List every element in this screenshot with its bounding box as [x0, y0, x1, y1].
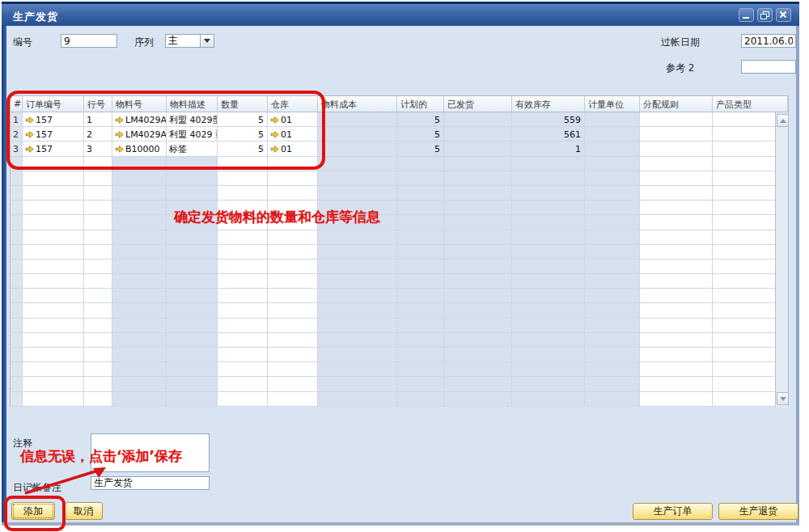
cell-description[interactable]: 标签: [167, 141, 218, 156]
cell-dist_rule[interactable]: [640, 260, 713, 274]
cell-warehouse[interactable]: [268, 274, 318, 289]
cell-line_no[interactable]: [84, 201, 112, 215]
cell-warehouse[interactable]: [268, 377, 318, 391]
cell-quantity[interactable]: [218, 362, 268, 377]
cell-item_no[interactable]: [112, 230, 167, 245]
cell-quantity[interactable]: [218, 201, 268, 215]
cell-dist_rule[interactable]: [640, 362, 713, 377]
cell-line_no[interactable]: [84, 303, 112, 318]
cell-item_no[interactable]: [112, 260, 167, 274]
link-arrow-icon[interactable]: [115, 131, 124, 138]
cell-description[interactable]: 利盟 4029 型打印: [167, 127, 218, 141]
cell-quantity[interactable]: [218, 348, 268, 362]
cell-item_no[interactable]: [112, 215, 167, 230]
cell-line_no[interactable]: [84, 274, 112, 289]
cell-description[interactable]: [167, 171, 218, 186]
cell-dist_rule[interactable]: [640, 171, 713, 186]
cell-dist_rule[interactable]: [640, 333, 713, 348]
cell-item_no[interactable]: [112, 392, 167, 407]
cell-quantity[interactable]: [218, 392, 268, 407]
cell-quantity[interactable]: [218, 333, 268, 348]
cell-item_no[interactable]: [112, 186, 167, 201]
cell-line_no[interactable]: [84, 319, 112, 333]
cell-description[interactable]: [167, 303, 218, 318]
cell-item_no[interactable]: [112, 319, 167, 333]
cell-item_no[interactable]: [112, 274, 167, 289]
cell-order_no[interactable]: [23, 377, 84, 391]
cell-order_no[interactable]: [23, 348, 84, 362]
cell-quantity[interactable]: [218, 230, 268, 245]
cell-description[interactable]: [167, 289, 218, 303]
cell-dist_rule[interactable]: [640, 215, 713, 230]
cell-description[interactable]: [167, 230, 218, 245]
cell-description[interactable]: [167, 186, 218, 201]
cell-line_no[interactable]: [84, 333, 112, 348]
link-arrow-icon[interactable]: [270, 116, 279, 124]
cell-description[interactable]: [167, 274, 218, 289]
link-arrow-icon[interactable]: [115, 146, 124, 153]
cell-warehouse[interactable]: [268, 186, 318, 201]
cell-item_no[interactable]: [112, 377, 167, 391]
cell-quantity[interactable]: [218, 319, 268, 333]
scroll-up-icon[interactable]: [777, 114, 789, 127]
cell-item_no[interactable]: [112, 362, 167, 377]
cell-quantity[interactable]: [218, 274, 268, 289]
cell-quantity[interactable]: [218, 171, 268, 186]
cell-quantity[interactable]: [218, 260, 268, 274]
window-titlebar[interactable]: 生产发货: [2, 2, 799, 26]
cell-order_no[interactable]: [23, 303, 84, 318]
cell-dist_rule[interactable]: [640, 230, 713, 245]
cell-warehouse[interactable]: [268, 362, 318, 377]
cell-warehouse[interactable]: [268, 215, 318, 230]
cell-line_no[interactable]: [84, 230, 112, 245]
cell-dist_rule[interactable]: [640, 377, 713, 391]
cell-quantity[interactable]: [218, 303, 268, 318]
cell-quantity[interactable]: [218, 245, 268, 260]
cell-item_no[interactable]: [112, 333, 167, 348]
cell-line_no[interactable]: [84, 289, 112, 303]
cell-quantity[interactable]: [218, 215, 268, 230]
cell-warehouse[interactable]: [268, 171, 318, 186]
link-arrow-icon[interactable]: [270, 146, 279, 153]
cell-description[interactable]: [167, 215, 218, 230]
cell-order_no[interactable]: [23, 289, 84, 303]
cell-item_no[interactable]: [112, 245, 167, 260]
cell-dist_rule[interactable]: [640, 201, 713, 215]
cell-line_no[interactable]: [84, 348, 112, 362]
link-arrow-icon[interactable]: [25, 146, 34, 153]
cell-dist_rule[interactable]: [640, 319, 713, 333]
cell-warehouse[interactable]: [268, 319, 318, 333]
cell-order_no[interactable]: [23, 319, 84, 333]
cell-quantity[interactable]: 5: [218, 127, 268, 141]
production-order-button[interactable]: 生产订单: [633, 503, 713, 520]
cell-item_no[interactable]: LM4029ACA: [112, 112, 167, 127]
cell-item_no[interactable]: [112, 201, 167, 215]
cell-item_no[interactable]: [112, 157, 167, 171]
cell-description[interactable]: [167, 201, 218, 215]
cell-order_no[interactable]: [23, 392, 84, 407]
link-arrow-icon[interactable]: [115, 116, 124, 124]
cell-description[interactable]: [167, 157, 218, 171]
chevron-down-icon[interactable]: [201, 34, 214, 48]
cell-warehouse[interactable]: 01: [268, 112, 318, 127]
cell-description[interactable]: [167, 377, 218, 391]
cell-quantity[interactable]: 5: [218, 141, 268, 156]
cell-dist_rule[interactable]: [640, 303, 713, 318]
cell-quantity[interactable]: [218, 186, 268, 201]
cell-item_no[interactable]: [112, 289, 167, 303]
cell-warehouse[interactable]: 01: [268, 141, 318, 156]
cell-order_no[interactable]: 157: [23, 127, 84, 141]
close-icon[interactable]: [776, 8, 791, 22]
cell-order_no[interactable]: [23, 215, 84, 230]
cell-line_no[interactable]: [84, 245, 112, 260]
cell-line_no[interactable]: [84, 215, 112, 230]
cell-line_no[interactable]: [84, 260, 112, 274]
cell-line_no[interactable]: 1: [84, 112, 112, 127]
cell-order_no[interactable]: [23, 201, 84, 215]
cell-dist_rule[interactable]: [640, 157, 713, 171]
cell-description[interactable]: [167, 260, 218, 274]
cell-warehouse[interactable]: 01: [268, 127, 318, 141]
posting-date-input[interactable]: [741, 34, 796, 48]
cell-item_no[interactable]: LM4029APC: [112, 127, 167, 141]
cell-warehouse[interactable]: [268, 260, 318, 274]
